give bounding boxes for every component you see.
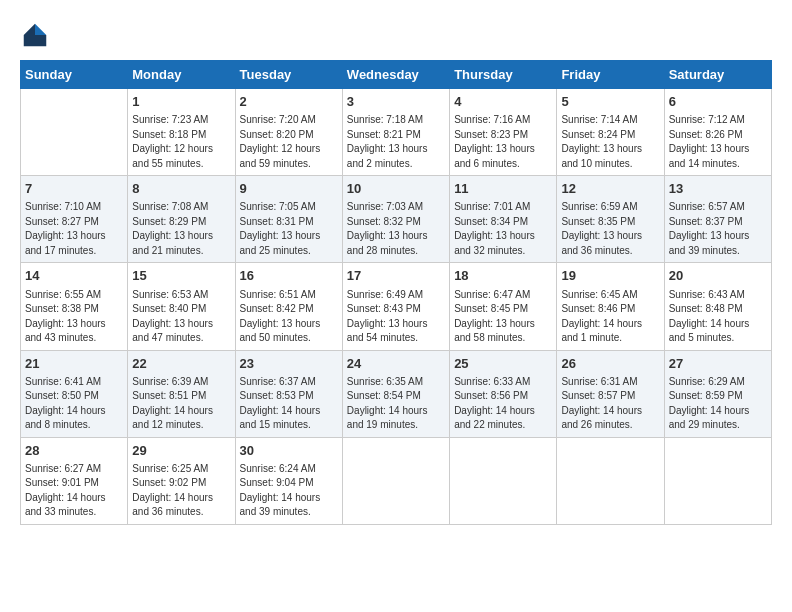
day-number: 7 (25, 180, 123, 198)
day-info: Sunrise: 7:12 AMSunset: 8:26 PMDaylight:… (669, 113, 767, 171)
day-number: 9 (240, 180, 338, 198)
day-info: Sunrise: 7:10 AMSunset: 8:27 PMDaylight:… (25, 200, 123, 258)
day-number: 26 (561, 355, 659, 373)
calendar-cell (342, 437, 449, 524)
calendar-cell: 29Sunrise: 6:25 AMSunset: 9:02 PMDayligh… (128, 437, 235, 524)
day-number: 30 (240, 442, 338, 460)
day-info: Sunrise: 6:37 AMSunset: 8:53 PMDaylight:… (240, 375, 338, 433)
day-info: Sunrise: 6:31 AMSunset: 8:57 PMDaylight:… (561, 375, 659, 433)
calendar-cell: 18Sunrise: 6:47 AMSunset: 8:45 PMDayligh… (450, 263, 557, 350)
weekday-header-tuesday: Tuesday (235, 61, 342, 89)
day-info: Sunrise: 6:27 AMSunset: 9:01 PMDaylight:… (25, 462, 123, 520)
svg-rect-3 (24, 35, 47, 46)
weekday-header-monday: Monday (128, 61, 235, 89)
day-number: 10 (347, 180, 445, 198)
day-info: Sunrise: 6:39 AMSunset: 8:51 PMDaylight:… (132, 375, 230, 433)
calendar-cell: 15Sunrise: 6:53 AMSunset: 8:40 PMDayligh… (128, 263, 235, 350)
day-info: Sunrise: 7:05 AMSunset: 8:31 PMDaylight:… (240, 200, 338, 258)
calendar-cell (664, 437, 771, 524)
day-number: 2 (240, 93, 338, 111)
day-number: 16 (240, 267, 338, 285)
weekday-header-saturday: Saturday (664, 61, 771, 89)
day-info: Sunrise: 6:43 AMSunset: 8:48 PMDaylight:… (669, 288, 767, 346)
calendar-body: 1Sunrise: 7:23 AMSunset: 8:18 PMDaylight… (21, 89, 772, 525)
calendar-cell: 5Sunrise: 7:14 AMSunset: 8:24 PMDaylight… (557, 89, 664, 176)
calendar-cell: 24Sunrise: 6:35 AMSunset: 8:54 PMDayligh… (342, 350, 449, 437)
calendar-cell: 16Sunrise: 6:51 AMSunset: 8:42 PMDayligh… (235, 263, 342, 350)
day-info: Sunrise: 6:29 AMSunset: 8:59 PMDaylight:… (669, 375, 767, 433)
day-number: 14 (25, 267, 123, 285)
calendar-cell: 30Sunrise: 6:24 AMSunset: 9:04 PMDayligh… (235, 437, 342, 524)
calendar-cell (21, 89, 128, 176)
calendar-cell: 28Sunrise: 6:27 AMSunset: 9:01 PMDayligh… (21, 437, 128, 524)
day-info: Sunrise: 6:49 AMSunset: 8:43 PMDaylight:… (347, 288, 445, 346)
day-number: 24 (347, 355, 445, 373)
page-header (20, 20, 772, 50)
week-row-3: 14Sunrise: 6:55 AMSunset: 8:38 PMDayligh… (21, 263, 772, 350)
calendar-cell: 3Sunrise: 7:18 AMSunset: 8:21 PMDaylight… (342, 89, 449, 176)
day-info: Sunrise: 6:59 AMSunset: 8:35 PMDaylight:… (561, 200, 659, 258)
day-number: 17 (347, 267, 445, 285)
calendar-cell: 8Sunrise: 7:08 AMSunset: 8:29 PMDaylight… (128, 176, 235, 263)
week-row-2: 7Sunrise: 7:10 AMSunset: 8:27 PMDaylight… (21, 176, 772, 263)
day-number: 21 (25, 355, 123, 373)
day-number: 19 (561, 267, 659, 285)
day-info: Sunrise: 6:57 AMSunset: 8:37 PMDaylight:… (669, 200, 767, 258)
day-number: 28 (25, 442, 123, 460)
day-number: 29 (132, 442, 230, 460)
calendar-cell: 10Sunrise: 7:03 AMSunset: 8:32 PMDayligh… (342, 176, 449, 263)
day-number: 15 (132, 267, 230, 285)
day-info: Sunrise: 6:24 AMSunset: 9:04 PMDaylight:… (240, 462, 338, 520)
calendar-table: SundayMondayTuesdayWednesdayThursdayFrid… (20, 60, 772, 525)
day-info: Sunrise: 6:55 AMSunset: 8:38 PMDaylight:… (25, 288, 123, 346)
calendar-header: SundayMondayTuesdayWednesdayThursdayFrid… (21, 61, 772, 89)
day-number: 18 (454, 267, 552, 285)
day-info: Sunrise: 6:45 AMSunset: 8:46 PMDaylight:… (561, 288, 659, 346)
calendar-cell (557, 437, 664, 524)
day-info: Sunrise: 7:14 AMSunset: 8:24 PMDaylight:… (561, 113, 659, 171)
weekday-header-friday: Friday (557, 61, 664, 89)
day-number: 6 (669, 93, 767, 111)
day-number: 27 (669, 355, 767, 373)
calendar-cell: 1Sunrise: 7:23 AMSunset: 8:18 PMDaylight… (128, 89, 235, 176)
calendar-cell: 26Sunrise: 6:31 AMSunset: 8:57 PMDayligh… (557, 350, 664, 437)
day-number: 23 (240, 355, 338, 373)
weekday-header-thursday: Thursday (450, 61, 557, 89)
calendar-cell: 12Sunrise: 6:59 AMSunset: 8:35 PMDayligh… (557, 176, 664, 263)
day-info: Sunrise: 7:08 AMSunset: 8:29 PMDaylight:… (132, 200, 230, 258)
day-number: 3 (347, 93, 445, 111)
calendar-cell: 14Sunrise: 6:55 AMSunset: 8:38 PMDayligh… (21, 263, 128, 350)
calendar-cell: 11Sunrise: 7:01 AMSunset: 8:34 PMDayligh… (450, 176, 557, 263)
day-number: 1 (132, 93, 230, 111)
calendar-cell: 22Sunrise: 6:39 AMSunset: 8:51 PMDayligh… (128, 350, 235, 437)
day-info: Sunrise: 6:33 AMSunset: 8:56 PMDaylight:… (454, 375, 552, 433)
week-row-4: 21Sunrise: 6:41 AMSunset: 8:50 PMDayligh… (21, 350, 772, 437)
day-info: Sunrise: 6:35 AMSunset: 8:54 PMDaylight:… (347, 375, 445, 433)
day-number: 4 (454, 93, 552, 111)
day-number: 11 (454, 180, 552, 198)
day-info: Sunrise: 7:03 AMSunset: 8:32 PMDaylight:… (347, 200, 445, 258)
logo-icon (20, 20, 50, 50)
day-number: 20 (669, 267, 767, 285)
calendar-cell (450, 437, 557, 524)
weekday-header-wednesday: Wednesday (342, 61, 449, 89)
day-info: Sunrise: 7:16 AMSunset: 8:23 PMDaylight:… (454, 113, 552, 171)
day-info: Sunrise: 6:53 AMSunset: 8:40 PMDaylight:… (132, 288, 230, 346)
day-info: Sunrise: 6:47 AMSunset: 8:45 PMDaylight:… (454, 288, 552, 346)
logo (20, 20, 54, 50)
weekday-header-sunday: Sunday (21, 61, 128, 89)
day-info: Sunrise: 7:01 AMSunset: 8:34 PMDaylight:… (454, 200, 552, 258)
calendar-cell: 25Sunrise: 6:33 AMSunset: 8:56 PMDayligh… (450, 350, 557, 437)
calendar-cell: 21Sunrise: 6:41 AMSunset: 8:50 PMDayligh… (21, 350, 128, 437)
calendar-cell: 9Sunrise: 7:05 AMSunset: 8:31 PMDaylight… (235, 176, 342, 263)
day-info: Sunrise: 7:20 AMSunset: 8:20 PMDaylight:… (240, 113, 338, 171)
calendar-cell: 2Sunrise: 7:20 AMSunset: 8:20 PMDaylight… (235, 89, 342, 176)
calendar-cell: 19Sunrise: 6:45 AMSunset: 8:46 PMDayligh… (557, 263, 664, 350)
calendar-cell: 7Sunrise: 7:10 AMSunset: 8:27 PMDaylight… (21, 176, 128, 263)
day-number: 12 (561, 180, 659, 198)
day-number: 8 (132, 180, 230, 198)
day-number: 5 (561, 93, 659, 111)
day-number: 25 (454, 355, 552, 373)
calendar-cell: 20Sunrise: 6:43 AMSunset: 8:48 PMDayligh… (664, 263, 771, 350)
day-info: Sunrise: 6:25 AMSunset: 9:02 PMDaylight:… (132, 462, 230, 520)
